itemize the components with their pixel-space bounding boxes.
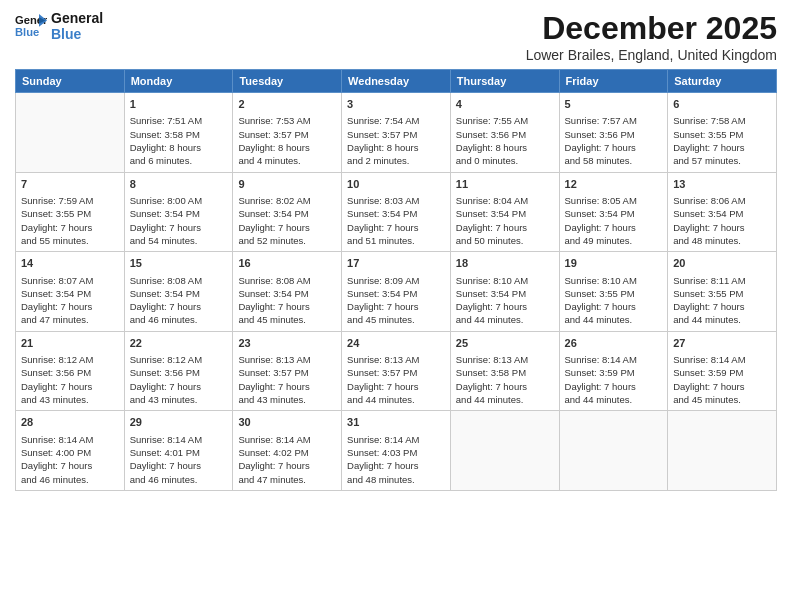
calendar-cell: 10Sunrise: 8:03 AMSunset: 3:54 PMDayligh… <box>342 172 451 252</box>
cell-text: and 46 minutes. <box>130 473 228 486</box>
cell-text: Daylight: 7 hours <box>347 221 445 234</box>
cell-text: Daylight: 7 hours <box>130 300 228 313</box>
cell-text: Sunset: 3:54 PM <box>673 207 771 220</box>
cell-text: Sunrise: 8:14 AM <box>238 433 336 446</box>
day-number: 9 <box>238 177 336 192</box>
cell-text: Sunrise: 7:57 AM <box>565 114 663 127</box>
cell-text: Daylight: 7 hours <box>238 380 336 393</box>
cell-text: Sunset: 3:56 PM <box>565 128 663 141</box>
calendar-cell: 24Sunrise: 8:13 AMSunset: 3:57 PMDayligh… <box>342 331 451 411</box>
day-number: 16 <box>238 256 336 271</box>
cell-text: Sunrise: 8:10 AM <box>565 274 663 287</box>
cell-text: Sunset: 3:54 PM <box>456 287 554 300</box>
day-number: 29 <box>130 415 228 430</box>
cell-text: Daylight: 7 hours <box>673 300 771 313</box>
cell-text: Daylight: 7 hours <box>565 300 663 313</box>
calendar-cell: 9Sunrise: 8:02 AMSunset: 3:54 PMDaylight… <box>233 172 342 252</box>
cell-text: Daylight: 7 hours <box>130 221 228 234</box>
calendar-cell: 12Sunrise: 8:05 AMSunset: 3:54 PMDayligh… <box>559 172 668 252</box>
cell-text: Sunrise: 8:11 AM <box>673 274 771 287</box>
calendar-cell: 13Sunrise: 8:06 AMSunset: 3:54 PMDayligh… <box>668 172 777 252</box>
calendar-cell <box>559 411 668 491</box>
day-number: 17 <box>347 256 445 271</box>
cell-text: Sunrise: 8:05 AM <box>565 194 663 207</box>
cell-text: Sunrise: 8:00 AM <box>130 194 228 207</box>
cell-text: Daylight: 7 hours <box>347 459 445 472</box>
calendar-cell: 3Sunrise: 7:54 AMSunset: 3:57 PMDaylight… <box>342 93 451 173</box>
cell-text: Daylight: 7 hours <box>238 300 336 313</box>
title-block: December 2025 Lower Brailes, England, Un… <box>526 10 777 63</box>
cell-text: Sunrise: 8:14 AM <box>347 433 445 446</box>
day-number: 4 <box>456 97 554 112</box>
calendar-cell: 17Sunrise: 8:09 AMSunset: 3:54 PMDayligh… <box>342 252 451 332</box>
weekday-thursday: Thursday <box>450 70 559 93</box>
calendar-cell <box>450 411 559 491</box>
logo-blue: Blue <box>51 26 103 42</box>
calendar-cell: 19Sunrise: 8:10 AMSunset: 3:55 PMDayligh… <box>559 252 668 332</box>
cell-text: Daylight: 7 hours <box>21 459 119 472</box>
cell-text: and 0 minutes. <box>456 154 554 167</box>
cell-text: Daylight: 8 hours <box>130 141 228 154</box>
calendar-cell: 15Sunrise: 8:08 AMSunset: 3:54 PMDayligh… <box>124 252 233 332</box>
cell-text: Sunset: 3:54 PM <box>456 207 554 220</box>
day-number: 30 <box>238 415 336 430</box>
cell-text: Sunset: 3:57 PM <box>347 128 445 141</box>
cell-text: Sunset: 3:54 PM <box>130 207 228 220</box>
cell-text: Daylight: 7 hours <box>673 141 771 154</box>
cell-text: Daylight: 7 hours <box>347 380 445 393</box>
cell-text: Sunset: 3:54 PM <box>347 287 445 300</box>
cell-text: Sunrise: 8:14 AM <box>130 433 228 446</box>
day-number: 26 <box>565 336 663 351</box>
cell-text: Daylight: 8 hours <box>456 141 554 154</box>
day-number: 25 <box>456 336 554 351</box>
logo-general: General <box>51 10 103 26</box>
weekday-saturday: Saturday <box>668 70 777 93</box>
cell-text: Daylight: 7 hours <box>673 380 771 393</box>
calendar-cell: 7Sunrise: 7:59 AMSunset: 3:55 PMDaylight… <box>16 172 125 252</box>
month-title: December 2025 <box>526 10 777 47</box>
calendar-cell: 30Sunrise: 8:14 AMSunset: 4:02 PMDayligh… <box>233 411 342 491</box>
cell-text: Sunset: 3:54 PM <box>565 207 663 220</box>
cell-text: Daylight: 7 hours <box>238 459 336 472</box>
cell-text: Sunrise: 8:03 AM <box>347 194 445 207</box>
calendar-cell <box>668 411 777 491</box>
svg-text:Blue: Blue <box>15 26 39 38</box>
cell-text: Sunrise: 7:51 AM <box>130 114 228 127</box>
cell-text: Sunset: 3:54 PM <box>347 207 445 220</box>
day-number: 8 <box>130 177 228 192</box>
cell-text: Sunrise: 8:14 AM <box>21 433 119 446</box>
day-number: 21 <box>21 336 119 351</box>
cell-text: Sunset: 3:54 PM <box>130 287 228 300</box>
cell-text: and 4 minutes. <box>238 154 336 167</box>
cell-text: and 45 minutes. <box>673 393 771 406</box>
cell-text: Sunrise: 8:13 AM <box>456 353 554 366</box>
calendar-cell: 22Sunrise: 8:12 AMSunset: 3:56 PMDayligh… <box>124 331 233 411</box>
day-number: 28 <box>21 415 119 430</box>
weekday-tuesday: Tuesday <box>233 70 342 93</box>
cell-text: Sunset: 4:01 PM <box>130 446 228 459</box>
cell-text: and 44 minutes. <box>673 313 771 326</box>
cell-text: Sunrise: 8:07 AM <box>21 274 119 287</box>
calendar-cell: 21Sunrise: 8:12 AMSunset: 3:56 PMDayligh… <box>16 331 125 411</box>
cell-text: Sunrise: 8:09 AM <box>347 274 445 287</box>
calendar-cell: 4Sunrise: 7:55 AMSunset: 3:56 PMDaylight… <box>450 93 559 173</box>
cell-text: Sunset: 3:55 PM <box>673 128 771 141</box>
weekday-header-row: SundayMondayTuesdayWednesdayThursdayFrid… <box>16 70 777 93</box>
cell-text: Sunrise: 8:08 AM <box>130 274 228 287</box>
day-number: 13 <box>673 177 771 192</box>
cell-text: Sunrise: 8:13 AM <box>238 353 336 366</box>
cell-text: Sunset: 3:54 PM <box>21 287 119 300</box>
cell-text: Daylight: 7 hours <box>130 380 228 393</box>
weekday-sunday: Sunday <box>16 70 125 93</box>
cell-text: Daylight: 8 hours <box>347 141 445 154</box>
cell-text: Daylight: 8 hours <box>238 141 336 154</box>
cell-text: Sunrise: 8:12 AM <box>130 353 228 366</box>
cell-text: Daylight: 7 hours <box>347 300 445 313</box>
day-number: 27 <box>673 336 771 351</box>
cell-text: and 6 minutes. <box>130 154 228 167</box>
day-number: 15 <box>130 256 228 271</box>
cell-text: and 44 minutes. <box>456 313 554 326</box>
cell-text: and 46 minutes. <box>130 313 228 326</box>
weekday-friday: Friday <box>559 70 668 93</box>
cell-text: and 54 minutes. <box>130 234 228 247</box>
